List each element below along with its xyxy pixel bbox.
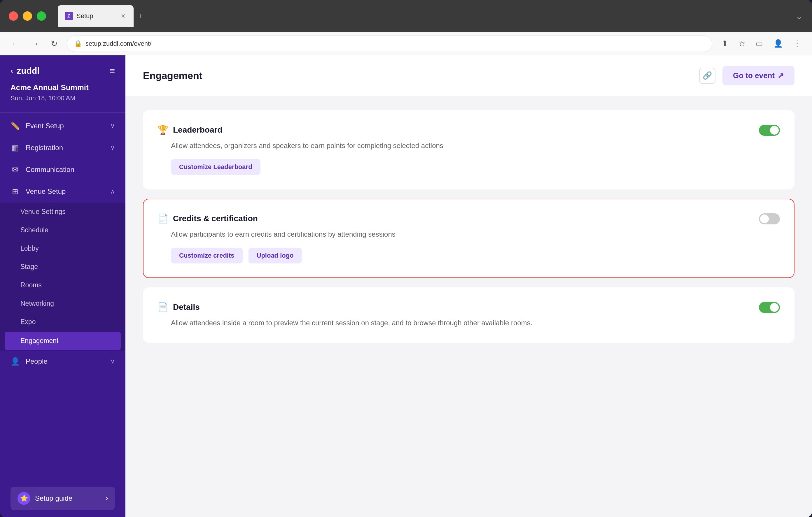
leaderboard-card-header: 🏆 Leaderboard (157, 125, 780, 136)
people-label: People (26, 357, 48, 365)
back-arrow-icon[interactable]: ‹ (10, 66, 13, 75)
page-title: Engagement (143, 70, 202, 81)
credits-title: Credits & certification (173, 214, 258, 223)
content-area: 🏆 Leaderboard Allow attendees, organizer… (125, 96, 812, 357)
profile-icon[interactable]: 👤 (771, 37, 785, 51)
sidebar-event-info: Acme Annual Summit Sun, Jun 18, 10:00 AM (0, 83, 125, 110)
chevron-up-icon: ∧ (110, 188, 115, 195)
credits-title-area: 📄 Credits & certification (157, 213, 258, 223)
tab-bar: Z Setup ✕ + ⌄ (58, 5, 803, 27)
browser-nav-actions: ⬆ ☆ ▭ 👤 ⋮ (719, 37, 803, 51)
maximize-button[interactable] (37, 11, 46, 21)
browser-window: Z Setup ✕ + ⌄ ← → ↻ 🔒 setup.zuddl.com/ev… (0, 0, 812, 517)
sidebar-item-venue-setup[interactable]: ⊞ Venue Setup ∧ (0, 181, 125, 203)
credits-icon: 📄 (157, 213, 168, 223)
sidebar-item-rooms[interactable]: Rooms (0, 276, 125, 294)
communication-label: Communication (26, 165, 75, 174)
details-card: 📄 Details Allow attendees inside a room … (143, 287, 794, 343)
app-container: ‹ zuddl ≡ Acme Annual Summit Sun, Jun 18… (0, 55, 812, 517)
forward-button[interactable]: → (29, 37, 41, 51)
leaderboard-card: 🏆 Leaderboard Allow attendees, organizer… (143, 110, 794, 189)
bookmark-icon[interactable]: ☆ (736, 37, 748, 51)
setup-guide-star-icon: ⭐ (18, 492, 30, 505)
event-date: Sun, Jun 18, 10:00 AM (10, 94, 115, 102)
active-tab[interactable]: Z Setup ✕ (58, 5, 134, 27)
traffic-lights (9, 11, 46, 21)
sidebar-footer: ⭐ Setup guide › (0, 480, 125, 517)
details-card-header: 📄 Details (157, 302, 780, 313)
event-setup-icon: ✏️ (10, 122, 20, 130)
sidebar-item-registration[interactable]: ▦ Registration ∨ (0, 137, 125, 159)
logo-text: zuddl (17, 66, 39, 76)
credits-actions: Customize credits Upload logo (171, 248, 780, 264)
venue-setup-label: Venue Setup (26, 187, 66, 195)
venue-setup-icon: ⊞ (10, 187, 20, 196)
hamburger-icon[interactable]: ≡ (110, 66, 115, 76)
credits-toggle[interactable] (759, 213, 780, 224)
tab-title: Setup (77, 12, 93, 20)
back-button[interactable]: ← (9, 37, 22, 51)
sidebar-item-expo[interactable]: Expo (0, 313, 125, 331)
minimize-button[interactable] (23, 11, 32, 21)
sidebar-item-people[interactable]: 👤 People ∨ (0, 351, 125, 372)
sidebar-item-engagement[interactable]: Engagement (5, 332, 121, 350)
navigation-bar: ← → ↻ 🔒 setup.zuddl.com/event/ ⬆ ☆ ▭ 👤 ⋮ (0, 32, 812, 55)
share-icon[interactable]: ⬆ (719, 37, 730, 51)
setup-guide-arrow-icon: › (106, 494, 108, 502)
chevron-down-icon-3: ∨ (110, 358, 115, 365)
tab-expand-button[interactable]: ⌄ (795, 10, 803, 22)
sidebar-item-networking[interactable]: Networking (0, 294, 125, 313)
details-description: Allow attendees inside a room to preview… (171, 318, 780, 328)
main-header: Engagement 🔗 Go to event ↗ (125, 55, 812, 96)
customize-leaderboard-button[interactable]: Customize Leaderboard (171, 159, 260, 175)
leaderboard-toggle[interactable] (759, 125, 780, 136)
registration-label: Registration (26, 144, 63, 152)
upload-logo-button[interactable]: Upload logo (249, 248, 302, 264)
event-setup-label: Event Setup (26, 122, 64, 130)
sidebar-item-event-setup[interactable]: ✏️ Event Setup ∨ (0, 115, 125, 137)
leaderboard-description: Allow attendees, organizers and speakers… (171, 141, 780, 151)
chevron-down-icon: ∨ (110, 122, 115, 130)
sidebar-header: ‹ zuddl ≡ (0, 55, 125, 83)
credits-certification-card: 📄 Credits & certification Allow particip… (143, 199, 794, 278)
address-bar[interactable]: 🔒 setup.zuddl.com/event/ (67, 35, 712, 52)
sidebar-item-schedule[interactable]: Schedule (0, 221, 125, 239)
communication-icon: ✉ (10, 165, 20, 174)
leaderboard-actions: Customize Leaderboard (171, 159, 780, 175)
customize-credits-button[interactable]: Customize credits (171, 248, 243, 264)
sidebar-item-stage[interactable]: Stage (0, 257, 125, 276)
people-icon: 👤 (10, 357, 20, 366)
security-icon: 🔒 (74, 40, 82, 48)
sidebar-logo: ‹ zuddl (10, 66, 40, 76)
details-title-area: 📄 Details (157, 302, 200, 312)
sidebar: ‹ zuddl ≡ Acme Annual Summit Sun, Jun 18… (0, 55, 125, 517)
tab-favicon: Z (65, 12, 73, 20)
details-toggle[interactable] (759, 302, 780, 313)
title-bar: Z Setup ✕ + ⌄ (0, 0, 812, 32)
new-tab-button[interactable]: + (136, 9, 145, 23)
leaderboard-title: Leaderboard (173, 125, 223, 134)
main-content: Engagement 🔗 Go to event ↗ 🏆 (125, 55, 812, 517)
leaderboard-title-area: 🏆 Leaderboard (157, 125, 223, 135)
leaderboard-icon: 🏆 (157, 125, 168, 135)
sidebar-item-communication[interactable]: ✉ Communication (0, 159, 125, 181)
details-title: Details (173, 303, 200, 312)
refresh-button[interactable]: ↻ (49, 36, 60, 51)
more-options-icon[interactable]: ⋮ (791, 37, 803, 51)
venue-sub-items: Venue Settings Schedule Lobby Stage Room… (0, 203, 125, 351)
sidebar-divider-1 (0, 113, 125, 113)
sidebar-toggle-icon[interactable]: ▭ (753, 37, 765, 51)
tab-close-button[interactable]: ✕ (120, 12, 126, 20)
go-to-event-button[interactable]: Go to event ↗ (722, 66, 794, 85)
chevron-down-icon-2: ∨ (110, 144, 115, 152)
sidebar-item-lobby[interactable]: Lobby (0, 239, 125, 257)
credits-description: Allow participants to earn credits and c… (171, 229, 780, 240)
close-button[interactable] (9, 11, 18, 21)
external-link-icon: ↗ (778, 71, 784, 80)
setup-guide-button[interactable]: ⭐ Setup guide › (10, 487, 115, 510)
link-icon-button[interactable]: 🔗 (699, 68, 716, 84)
sidebar-item-venue-settings[interactable]: Venue Settings (0, 203, 125, 221)
event-name: Acme Annual Summit (10, 83, 115, 93)
details-icon: 📄 (157, 302, 168, 312)
setup-guide-label: Setup guide (35, 494, 72, 503)
